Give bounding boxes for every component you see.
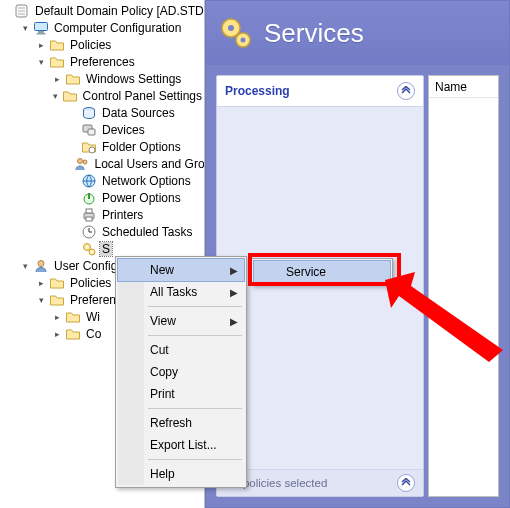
expander-closed-icon[interactable]: ▸ [52,329,62,339]
tree-label: Data Sources [100,106,177,120]
menu-item-new[interactable]: New ▶ [118,259,244,281]
menu-label: All Tasks [150,285,197,299]
expander-open-icon[interactable]: ▾ [52,91,59,101]
folder-icon [49,275,65,291]
tree-node-scheduled-tasks[interactable]: . Scheduled Tasks [68,223,204,240]
tree-node-network-options[interactable]: . Network Options [68,172,204,189]
computer-icon [33,20,49,36]
details-header: Services [206,1,509,65]
expander-open-icon[interactable]: ▾ [20,261,30,271]
menu-item-export[interactable]: Export List... [118,434,244,456]
scroll-icon [14,3,30,19]
tree-node-services[interactable]: . S [68,240,204,257]
svg-point-10 [89,147,95,153]
tree-node-power-options[interactable]: . Power Options [68,189,204,206]
card-footer[interactable]: No policies selected [217,469,423,496]
menu-separator [148,306,242,307]
gears-icon [218,15,254,51]
menu-label: Export List... [150,438,217,452]
card-header[interactable]: Processing [217,76,423,107]
details-title: Services [264,18,364,49]
tree-node-control-panel[interactable]: ▾ Control Panel Settings [52,87,204,104]
tree-node-data-sources[interactable]: . Data Sources [68,104,204,121]
datasource-icon [81,105,97,121]
tree-label: Policies [68,38,113,52]
collapse-up-icon[interactable] [397,474,415,492]
expander-open-icon[interactable]: ▾ [36,57,46,67]
submenu-arrow-icon: ▶ [230,265,238,276]
svg-point-26 [38,260,44,266]
menu-item-cut[interactable]: Cut [118,339,244,361]
items-list[interactable]: Name [428,75,499,497]
folder-icon [65,326,81,342]
svg-point-24 [86,245,88,247]
menu-item-refresh[interactable]: Refresh [118,412,244,434]
menu-separator [148,408,242,409]
menu-item-print[interactable]: Print [118,383,244,405]
tree-label: Wi [84,310,102,324]
submenu-arrow-icon: ▶ [230,287,238,298]
svg-rect-5 [38,31,44,33]
menu-item-copy[interactable]: Copy [118,361,244,383]
menu-separator [148,335,242,336]
user-icon [33,258,49,274]
folder-options-icon [81,139,97,155]
submenu-item-service[interactable]: Service [254,261,390,283]
tree-label: Default Domain Policy [AD.STD [33,4,205,18]
card-title: Processing [225,84,290,98]
app-root: ▶ Default Domain Policy [AD.STD ▾ [0,0,510,508]
list-column-header[interactable]: Name [429,76,498,98]
tree-node-windows-settings[interactable]: ▸ Windows Settings [52,70,204,87]
menu-label: View [150,314,176,328]
tree-label: Printers [100,208,145,222]
tree-label: Folder Options [100,140,183,154]
menu-label: Service [286,265,326,279]
tree-label: Scheduled Tasks [100,225,195,239]
expander-closed-icon[interactable]: ▸ [36,40,46,50]
expander-open-icon[interactable]: ▾ [36,295,46,305]
details-pane: Services Processing No policies selected [205,0,510,508]
collapse-up-icon[interactable] [397,82,415,100]
folder-icon [49,292,65,308]
menu-separator [148,459,242,460]
submenu-new[interactable]: Service [251,258,393,286]
expander-open-icon[interactable]: ▾ [20,23,30,33]
tree-node-policies[interactable]: ▸ Policies [36,36,204,53]
tree-node-preferences[interactable]: ▾ Preferences [36,53,204,70]
gears-icon [81,241,97,257]
devices-icon [81,122,97,138]
tree-node-computer-config[interactable]: ▾ Computer Configuration [20,19,204,36]
tree-label: Local Users and Groups [93,157,205,171]
folder-icon [62,88,78,104]
svg-rect-4 [35,22,48,30]
menu-item-help[interactable]: Help [118,463,244,485]
tree-label: Network Options [100,174,193,188]
list-col-name: Name [435,80,467,94]
svg-rect-6 [37,33,46,35]
expander-closed-icon[interactable]: ▸ [52,312,62,322]
expander-closed-icon[interactable]: ▸ [36,278,46,288]
folder-icon [49,37,65,53]
svg-point-25 [91,251,93,253]
menu-item-all-tasks[interactable]: All Tasks ▶ [118,281,244,303]
tree-node-printers[interactable]: . Printers [68,206,204,223]
tree-label: Windows Settings [84,72,183,86]
svg-rect-18 [86,217,92,221]
context-menu[interactable]: New ▶ All Tasks ▶ View ▶ Cut Copy Print … [115,256,247,488]
menu-label: Print [150,387,175,401]
folder-icon [49,54,65,70]
tree-label: Control Panel Settings [81,89,204,103]
tree-label: S [100,242,112,256]
expander-closed-icon[interactable]: ▸ [52,74,62,84]
tree-node-local-users[interactable]: . Local Users and Groups [68,155,204,172]
folder-icon [65,309,81,325]
svg-point-30 [241,38,246,43]
tree-node-folder-options[interactable]: . Folder Options [68,138,204,155]
svg-point-12 [83,160,87,164]
menu-item-view[interactable]: View ▶ [118,310,244,332]
clock-icon [81,224,97,240]
tree-node-devices[interactable]: . Devices [68,121,204,138]
tree-label: Preferences [68,55,137,69]
menu-label: New [150,263,174,277]
tree-node-gpo-root[interactable]: ▶ Default Domain Policy [AD.STD [4,2,204,19]
